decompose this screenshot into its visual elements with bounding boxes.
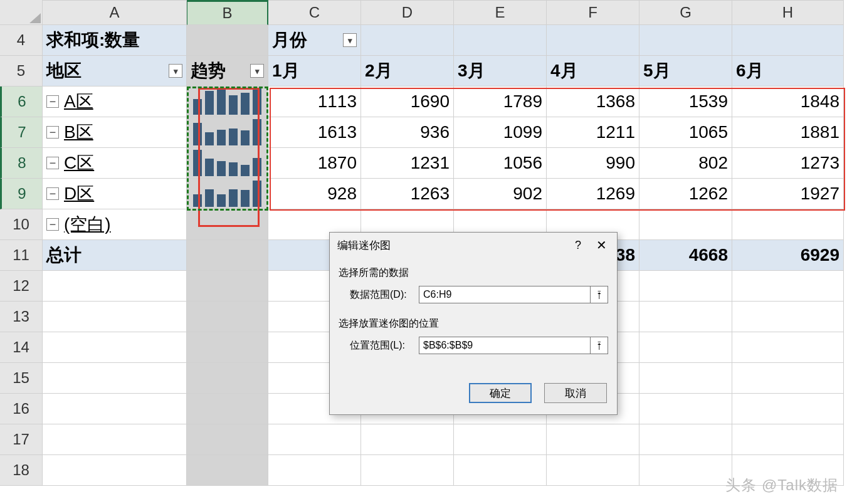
cancel-button[interactable]: 取消 [544,383,607,403]
row-header[interactable]: 9 [0,179,43,209]
location-range-input[interactable] [419,337,591,354]
cell[interactable] [732,363,844,394]
ok-button[interactable]: 确定 [469,383,532,403]
data-cell[interactable]: 1927 [732,179,844,209]
col-header-B[interactable]: B [187,0,268,25]
row-header[interactable]: 15 [0,363,43,394]
row-header[interactable]: 7 [0,117,43,148]
select-all-corner[interactable] [0,0,43,25]
data-cell[interactable]: 1870 [268,148,361,179]
total-cell[interactable]: 4668 [639,240,732,271]
data-cell[interactable]: 1539 [639,87,732,117]
col-header-E[interactable]: E [454,0,547,25]
cell[interactable] [732,271,844,302]
row-header[interactable]: 8 [0,148,43,179]
data-cell[interactable]: 1368 [547,87,639,117]
cell[interactable] [187,271,268,302]
cell[interactable] [639,455,732,486]
data-cell[interactable]: 1262 [639,179,732,209]
cell[interactable] [547,424,639,455]
data-cell[interactable]: 802 [639,148,732,179]
data-cell[interactable]: 1113 [268,87,361,117]
row-header[interactable]: 16 [0,394,43,424]
collapse-icon[interactable]: − [46,218,59,231]
cell[interactable] [361,25,454,56]
cell[interactable] [43,394,187,424]
row-header[interactable]: 4 [0,25,43,56]
cell[interactable] [43,424,187,455]
cell[interactable] [43,363,187,394]
data-cell[interactable]: 1690 [361,87,454,117]
cell[interactable] [732,25,844,56]
data-cell[interactable]: 1065 [639,117,732,148]
cell[interactable] [454,25,547,56]
row-header[interactable]: 17 [0,424,43,455]
cell[interactable] [732,302,844,332]
data-cell[interactable]: 1231 [361,148,454,179]
region-cell[interactable]: − (空白) [43,209,187,240]
cell[interactable] [187,363,268,394]
cell[interactable] [639,394,732,424]
region-cell[interactable]: − C区 [43,148,187,179]
dialog-help-icon[interactable]: ? [575,239,581,252]
cell[interactable] [639,424,732,455]
data-cell[interactable]: 1789 [454,87,547,117]
collapse-icon[interactable]: − [46,126,59,139]
data-cell[interactable]: 1848 [732,87,844,117]
cell[interactable] [43,302,187,332]
cell[interactable] [268,424,361,455]
cell[interactable] [639,25,732,56]
collapse-icon[interactable]: − [46,187,59,200]
col-header-G[interactable]: G [639,0,732,25]
collapse-icon[interactable]: − [46,157,59,169]
cell[interactable] [43,455,187,486]
col-header-F[interactable]: F [547,0,639,25]
cell[interactable] [732,332,844,363]
region-cell[interactable]: − A区 [43,87,187,117]
cell[interactable] [361,455,454,486]
data-cell[interactable]: 928 [268,179,361,209]
data-cell[interactable]: 990 [547,148,639,179]
cell[interactable] [187,394,268,424]
region-cell[interactable]: − D区 [43,179,187,209]
cell[interactable] [732,424,844,455]
data-cell[interactable]: 902 [454,179,547,209]
cell[interactable] [454,455,547,486]
cell[interactable] [639,302,732,332]
cell[interactable] [268,455,361,486]
data-cell[interactable]: 1613 [268,117,361,148]
total-cell[interactable]: 6929 [732,240,844,271]
sparkline-cell[interactable] [187,148,268,179]
data-cell[interactable]: 1269 [547,179,639,209]
row-header[interactable]: 5 [0,56,43,87]
sparkline-cell[interactable] [187,117,268,148]
row-header[interactable]: 6 [0,87,43,117]
cell[interactable] [187,424,268,455]
cell[interactable] [454,424,547,455]
row-header[interactable]: 11 [0,240,43,271]
cell[interactable] [187,332,268,363]
row-header[interactable]: 12 [0,271,43,302]
range-picker-icon[interactable]: ⭱ [591,286,608,303]
cell[interactable] [43,271,187,302]
row-header[interactable]: 14 [0,332,43,363]
dialog-close-icon[interactable]: ✕ [592,238,611,253]
collapse-icon[interactable]: − [46,95,59,108]
cell[interactable] [187,302,268,332]
cell[interactable] [732,209,844,240]
row-header[interactable]: 10 [0,209,43,240]
cell[interactable] [639,209,732,240]
cell[interactable] [639,332,732,363]
cell[interactable] [639,271,732,302]
col-header-D[interactable]: D [361,0,454,25]
data-cell[interactable]: 1099 [454,117,547,148]
region-cell[interactable]: − B区 [43,117,187,148]
cell[interactable] [43,332,187,363]
cell[interactable] [187,240,268,271]
cell[interactable] [732,394,844,424]
cell[interactable] [547,25,639,56]
cell[interactable] [187,209,268,240]
data-cell[interactable]: 1263 [361,179,454,209]
cell[interactable] [187,25,268,56]
filter-dropdown-icon[interactable]: ▾ [250,64,264,78]
